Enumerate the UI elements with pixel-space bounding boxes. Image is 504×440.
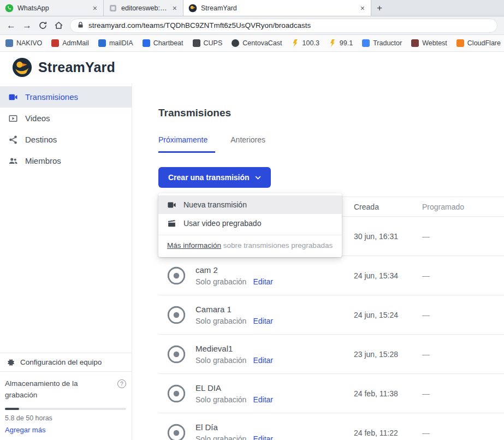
traductor-icon <box>362 39 370 47</box>
table-row[interactable]: cam 2 Solo grabaciónEditar 24 jun, 15:34… <box>158 256 504 295</box>
broadcast-title: Medieval1 <box>195 344 273 353</box>
tab-title: WhatsApp <box>17 4 88 12</box>
url-bar[interactable]: streamyard.com/teams/TQDhBC9ZNTmft6z5UsQ… <box>70 19 497 33</box>
main-content: Transmisiones Próximamente Anteriores Cr… <box>132 83 504 440</box>
forward-icon[interactable]: → <box>22 21 32 30</box>
bookmark-label: AdmMail <box>62 39 89 47</box>
sidebar-item-label: Destinos <box>25 135 57 144</box>
clapperboard-icon <box>167 219 176 228</box>
browser-tab-whatsapp[interactable]: WhatsApp × <box>0 0 104 16</box>
broadcast-title: El Día <box>195 423 273 432</box>
bookmark-label: Traductor <box>373 39 402 47</box>
bookmark-maildia[interactable]: mailDIA <box>98 39 133 47</box>
bookmark-webtest[interactable]: Webtest <box>411 39 447 47</box>
created-cell: 24 feb, 11:38 <box>354 389 422 398</box>
browser-tab-bar: WhatsApp × editoresweb:sitioweb:eldia.co… <box>0 0 504 16</box>
video-camera-icon <box>8 92 18 102</box>
whatsapp-icon <box>5 4 14 13</box>
broadcast-subtitle: Solo grabación <box>195 317 246 325</box>
edit-link[interactable]: Editar <box>253 277 273 286</box>
sidebar-item-miembros[interactable]: Miembros <box>0 150 132 171</box>
create-broadcast-button[interactable]: Crear una transmisión <box>158 167 271 188</box>
brand-wordmark: StreamYard <box>38 60 115 75</box>
bookmark-cloudflare[interactable]: CloudFlare <box>456 39 501 47</box>
back-icon[interactable]: ← <box>7 21 16 30</box>
menu-item-label: Usar video pregrabado <box>183 219 261 228</box>
close-icon[interactable]: × <box>359 3 366 13</box>
table-row[interactable]: EL DIA Solo grabaciónEditar 24 feb, 11:3… <box>158 374 504 413</box>
chartbeat-icon <box>143 39 150 47</box>
scheduled-cell: — <box>422 271 504 280</box>
bookmark-admmail[interactable]: AdmMail <box>51 39 89 47</box>
cups-icon <box>193 39 200 47</box>
scheduled-cell: — <box>422 350 504 359</box>
menu-item-video-pregrabado[interactable]: Usar video pregrabado <box>158 214 342 233</box>
sidebar: Transmisiones Videos Destinos Miembros C… <box>0 83 132 440</box>
add-more-link[interactable]: Agregar más <box>5 426 45 434</box>
broadcast-title: Camara 1 <box>195 305 273 314</box>
broadcast-subtitle: Solo grabación <box>195 356 246 365</box>
home-icon[interactable] <box>54 21 63 30</box>
streamyard-favicon-icon <box>188 4 197 13</box>
table-row[interactable]: El Día Solo grabaciónEditar 24 feb, 11:2… <box>158 413 504 440</box>
tab-title: editoresweb:sitioweb:eldia.co <box>121 4 168 12</box>
video-camera-icon <box>167 200 176 210</box>
bookmark-radio-99-1[interactable]: 99.1 <box>329 39 353 47</box>
edit-link[interactable]: Editar <box>253 356 273 365</box>
created-cell: 24 jun, 15:24 <box>354 311 422 319</box>
created-header: Creada <box>354 203 422 211</box>
team-settings[interactable]: Configuración del equipo <box>0 353 132 372</box>
storage-usage-text: 5.8 de 50 horas <box>5 414 126 422</box>
video-file-icon <box>8 114 18 123</box>
close-icon[interactable]: × <box>171 3 178 13</box>
created-cell: 24 jun, 15:34 <box>354 271 422 280</box>
bookmark-chartbeat[interactable]: Chartbeat <box>143 39 183 47</box>
help-icon[interactable]: ? <box>117 379 126 388</box>
close-icon[interactable]: × <box>92 3 98 13</box>
sidebar-item-transmisiones[interactable]: Transmisiones <box>0 86 132 108</box>
bookmark-label: CUPS <box>204 39 223 47</box>
broadcast-subtitle: Solo grabación <box>195 395 246 404</box>
reload-icon[interactable] <box>38 21 48 30</box>
edit-link[interactable]: Editar <box>253 395 273 404</box>
tab-anteriores[interactable]: Anteriores <box>230 135 273 153</box>
bookmark-label: NAKIVO <box>16 39 42 47</box>
more-info-link[interactable]: Más información <box>167 241 221 249</box>
edit-link[interactable]: Editar <box>253 317 273 325</box>
bookmark-radio-100-3[interactable]: 100.3 <box>292 39 319 47</box>
new-tab-button[interactable]: + <box>371 0 388 16</box>
record-icon <box>166 305 187 325</box>
browser-tab-streamyard[interactable]: StreamYard × <box>183 0 371 16</box>
sidebar-item-videos[interactable]: Videos <box>0 108 132 129</box>
bookmark-label: mailDIA <box>109 39 133 47</box>
scheduled-cell: — <box>422 311 504 319</box>
bookmark-label: Webtest <box>422 39 447 47</box>
table-row[interactable]: Medieval1 Solo grabaciónEditar 23 jun, 1… <box>158 335 504 374</box>
bookmark-label: CloudFlare <box>467 39 501 47</box>
created-cell: 23 jun, 15:28 <box>354 350 422 359</box>
lightning-icon <box>292 39 299 47</box>
cloudflare-icon <box>456 39 464 47</box>
created-cell: 24 feb, 11:22 <box>354 429 422 437</box>
edit-link[interactable]: Editar <box>253 435 273 440</box>
menu-item-label: Nueva transmisión <box>183 200 247 209</box>
streamyard-logo-icon[interactable] <box>12 57 32 78</box>
bookmark-label: Chartbeat <box>153 39 183 47</box>
broadcast-title: cam 2 <box>195 265 273 275</box>
storage-section: Almacenamiento de la grabación ? 5.8 de … <box>0 372 132 440</box>
bookmark-cups[interactable]: CUPS <box>193 39 223 47</box>
tab-title: StreamYard <box>201 4 355 12</box>
table-row[interactable]: Camara 1 Solo grabaciónEditar 24 jun, 15… <box>158 295 504 335</box>
browser-tab-editoresweb[interactable]: editoresweb:sitioweb:eldia.co × <box>104 0 183 16</box>
lock-icon <box>77 21 84 31</box>
record-icon <box>166 383 187 404</box>
tab-proximamente[interactable]: Próximamente <box>158 135 215 153</box>
broadcast-title: EL DIA <box>195 383 273 393</box>
sidebar-item-destinos[interactable]: Destinos <box>0 129 132 150</box>
broadcast-subtitle: Solo grabación <box>195 435 246 440</box>
bookmark-traductor[interactable]: Traductor <box>362 39 402 47</box>
bookmark-centovacast[interactable]: CentovaCast <box>232 39 282 47</box>
sidebar-item-label: Transmisiones <box>25 92 78 102</box>
menu-item-nueva-transmision[interactable]: Nueva transmisión <box>158 195 342 214</box>
bookmark-nakivo[interactable]: NAKIVO <box>5 39 42 47</box>
